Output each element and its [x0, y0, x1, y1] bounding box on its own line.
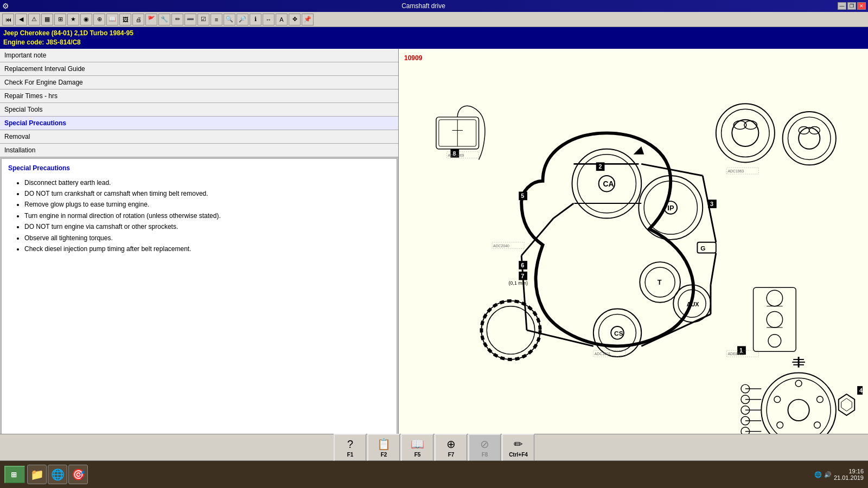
f8-label: F8: [482, 452, 488, 458]
svg-text:ADC1601: ADC1601: [595, 352, 611, 356]
toolbar-btn-extra[interactable]: 📌: [302, 14, 314, 25]
f5-icon: 📖: [411, 438, 424, 451]
nav-item-special-precautions[interactable]: Special Precautions: [0, 117, 398, 130]
minimize-button[interactable]: —: [838, 2, 846, 10]
svg-text:(0,1 mm): (0,1 mm): [509, 280, 528, 286]
nav-item-removal[interactable]: Removal: [0, 130, 398, 144]
taskbar-app-media[interactable]: 🎯: [68, 465, 88, 484]
nav-item-special-tools[interactable]: Special Tools: [0, 103, 398, 117]
svg-text:T: T: [658, 278, 662, 286]
f2-label: F2: [381, 452, 387, 458]
toolbar-btn-book[interactable]: 📖: [106, 14, 118, 25]
f7-label: F7: [448, 452, 455, 458]
list-item: Remove glow plugs to ease turning engine…: [24, 199, 390, 210]
toolbar-btn-wrench[interactable]: 🔧: [158, 14, 170, 25]
nav-item-repair-times[interactable]: Repair Times - hrs: [0, 89, 398, 103]
start-button[interactable]: ⊞: [4, 466, 25, 483]
app-icon: ⚙: [2, 2, 9, 10]
nav-item-check-engine[interactable]: Check For Engine Damage: [0, 76, 398, 89]
svg-text:CA: CA: [603, 179, 614, 188]
f8-icon: ⊘: [480, 438, 489, 451]
diagram-svg: CA IP T CS AUX G: [404, 65, 863, 463]
taskbar-app-chrome[interactable]: 🌐: [48, 465, 67, 484]
restore-button[interactable]: ❐: [847, 2, 856, 10]
svg-text:6: 6: [521, 262, 524, 268]
titlebar-left: ⚙: [2, 2, 9, 10]
vehicle-line2: Engine code: J8S-814/C8: [3, 38, 865, 47]
ctrlf4-icon: ✏: [514, 438, 523, 451]
svg-text:IP: IP: [667, 203, 674, 211]
systray-icon-network: 🌐: [814, 471, 822, 478]
toolbar-btn-table[interactable]: ▦: [41, 14, 53, 25]
nav-list: Important note Replacement Interval Guid…: [0, 49, 398, 157]
left-panel: Important note Replacement Interval Guid…: [0, 49, 399, 463]
titlebar-title: Camshaft drive: [9, 2, 838, 10]
toolbar-btn-image[interactable]: 🖼: [119, 14, 131, 25]
svg-text:5: 5: [521, 192, 524, 199]
toolbar-btn-text[interactable]: A: [276, 14, 288, 25]
taskbar-app-explorer[interactable]: 📁: [27, 465, 47, 484]
start-icon: ⊞: [11, 471, 17, 479]
f5-label: F5: [414, 452, 421, 458]
toolbar-btn-prev[interactable]: ◀: [15, 14, 27, 25]
toolbar-btn-pencil[interactable]: ✏: [171, 14, 183, 25]
clock-date: 21.01.2019: [834, 474, 864, 481]
vehicle-line1: Jeep Cherokee (84-01) 2,1D Turbo 1984-95: [3, 29, 865, 38]
svg-text:G: G: [700, 244, 705, 251]
content-area[interactable]: Special Precautions Disconnect battery e…: [1, 158, 397, 462]
toolbar-btn-info[interactable]: ℹ: [250, 14, 261, 25]
clock: 19:16 21.01.2019: [834, 468, 864, 481]
svg-text:7: 7: [521, 272, 524, 279]
toolbar-btn-arrows[interactable]: ↔: [263, 14, 275, 25]
toolbar-btn-warning[interactable]: ⚠: [28, 14, 40, 25]
svg-text:ADE8962: ADE8962: [727, 352, 744, 356]
toolbar-btn-star[interactable]: ★: [67, 14, 79, 25]
systray: 🌐 🔊 19:16 21.01.2019: [814, 461, 868, 488]
nav-item-installation[interactable]: Installation: [0, 144, 398, 157]
toolbar-btn-zoom-in[interactable]: 🔎: [237, 14, 248, 25]
svg-text:ADC2040: ADC2040: [493, 243, 509, 247]
toolbar-btn-minus[interactable]: ➖: [184, 14, 196, 25]
content-title: Special Precautions: [8, 164, 390, 172]
svg-text:AUX: AUX: [687, 300, 700, 307]
toolbar-btn-flag[interactable]: 🚩: [145, 14, 157, 25]
right-panel: 10909 CA IP T: [399, 49, 868, 463]
toolbar-btn-check[interactable]: ☑: [197, 14, 209, 25]
diagram-number: 10909: [404, 54, 863, 62]
fkey-f1[interactable]: ? F1: [334, 434, 366, 461]
fkey-f8: ⊘ F8: [468, 434, 501, 461]
svg-text:2: 2: [599, 163, 602, 170]
toolbar-btn-move[interactable]: ✥: [289, 14, 301, 25]
list-item: DO NOT turn crankshaft or camshaft when …: [24, 188, 390, 199]
taskbar-pinned-apps: 📁 🌐 🎯: [27, 465, 88, 484]
toolbar-btn-zoom-out[interactable]: 🔍: [224, 14, 235, 25]
nav-item-replacement-interval[interactable]: Replacement Interval Guide: [0, 62, 398, 76]
clock-time: 19:16: [834, 468, 864, 474]
f1-label: F1: [347, 452, 354, 458]
fkey-ctrlf4[interactable]: ✏ Ctrl+F4: [502, 434, 534, 461]
nav-item-important-note[interactable]: Important note: [0, 49, 398, 62]
f7-icon: ⊕: [446, 438, 456, 451]
svg-text:CS: CS: [614, 329, 623, 336]
f2-icon: 📋: [377, 438, 391, 451]
main-layout: Important note Replacement Interval Guid…: [0, 49, 868, 463]
fkey-f2[interactable]: 📋 F2: [367, 434, 400, 461]
toolbar-btn-circle[interactable]: ◉: [80, 14, 92, 25]
svg-text:ADC1963: ADC1963: [727, 169, 744, 173]
svg-text:ADC2469: ADC2469: [448, 153, 464, 157]
svg-text:4: 4: [859, 387, 863, 393]
list-item: Turn engine in normal direction of rotat…: [24, 210, 390, 221]
f1-icon: ?: [347, 438, 353, 451]
toolbar-btn-list[interactable]: ≡: [210, 14, 222, 25]
toolbar-btn-first[interactable]: ⏮: [2, 14, 14, 25]
systray-icon-audio: 🔊: [824, 471, 832, 478]
fkey-f5[interactable]: 📖 F5: [401, 434, 433, 461]
close-button[interactable]: ✕: [857, 2, 866, 10]
toolbar-btn-target[interactable]: ⊕: [93, 14, 105, 25]
titlebar-controls: — ❐ ✕: [838, 2, 866, 10]
toolbar-btn-print[interactable]: 🖨: [132, 14, 144, 25]
ctrlf4-label: Ctrl+F4: [509, 452, 528, 458]
toolbar-btn-grid[interactable]: ⊞: [54, 14, 66, 25]
fkey-f7[interactable]: ⊕ F7: [435, 434, 467, 461]
list-item: Observe all tightening torques.: [24, 233, 390, 243]
